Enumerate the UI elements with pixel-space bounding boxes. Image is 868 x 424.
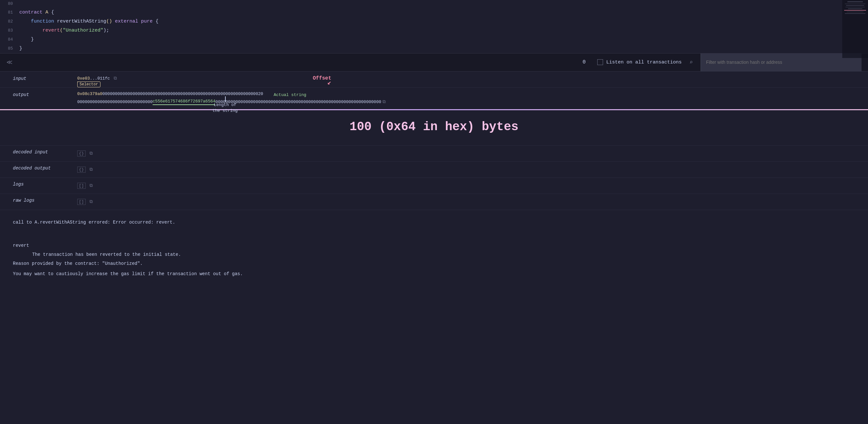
gas-line: You may want to cautiously increase the … <box>13 270 855 278</box>
selector-wrapper: 0xe03...011fc Selector <box>77 76 110 81</box>
revert-title: revert <box>13 241 855 250</box>
line-number: 80 <box>0 1 19 7</box>
minimap <box>842 0 868 58</box>
listen-checkbox[interactable] <box>597 59 603 65</box>
decoded-output-row: decoded output {} ⧉ <box>0 162 868 178</box>
output-hex-line1: 0x08c379a0000000000000000000000000000000… <box>77 91 855 96</box>
output-label: output <box>13 91 77 105</box>
decoded-input-value: {} ⧉ <box>77 149 855 158</box>
line-number: 84 <box>0 36 19 43</box>
listen-label: Listen on all transactions <box>606 60 682 65</box>
input-value-container: 0xe03...011fc Selector ⧉ Offset ↙ <box>77 76 855 81</box>
hex-selector-part: 0x08c379a0 <box>77 91 102 96</box>
code-line-85: 85 } <box>0 44 868 53</box>
output-row-wrapper: output 0x08c379a000000000000000000000000… <box>0 88 868 109</box>
output-value-wrapper: 0x08c379a0000000000000000000000000000000… <box>77 91 855 105</box>
output-hex-line2-wrapper: 000000000000000000000000000000c556e61757… <box>77 99 855 105</box>
revert-body: The transaction has been reverted to the… <box>32 250 855 259</box>
output-hex-line1-wrapper: 0x08c379a0000000000000000000000000000000… <box>77 91 855 96</box>
class-name: A <box>45 10 51 15</box>
code-line-82: 82 function revertWithAString() external… <box>0 17 868 26</box>
logs-row: logs [] ⧉ <box>0 178 868 194</box>
toolbar: ≪ 0 Listen on all transactions ⌕ <box>0 54 868 72</box>
keyword-contract: contract <box>19 10 45 15</box>
decoded-output-value: {} ⧉ <box>77 165 855 174</box>
brace: { <box>51 10 54 15</box>
input-hex-value: 0xe03...011fc Selector <box>77 76 110 81</box>
raw-logs-copy-icon[interactable]: ⧉ <box>90 199 93 204</box>
listen-checkbox-area: Listen on all transactions <box>597 59 682 65</box>
keyword-function: function <box>31 19 57 24</box>
keyword-revert: revert <box>42 28 60 33</box>
line-number: 83 <box>0 27 19 34</box>
chevron-left-icon[interactable]: ≪ <box>6 59 12 66</box>
decoded-output-json-icon[interactable]: {} <box>77 167 86 173</box>
copy-output-icon[interactable]: ⧉ <box>382 99 386 104</box>
offset-annotation: Offset ↙ <box>313 76 331 81</box>
reason-line: Reason provided by the contract: "Unauth… <box>13 259 855 268</box>
raw-logs-label: raw logs <box>13 197 77 206</box>
logs-copy-icon[interactable]: ⧉ <box>90 183 93 188</box>
input-row: input 0xe03...011fc Selector ⧉ Offset ↙ <box>0 72 868 88</box>
code-line-81: 81 contract A { <box>0 8 868 17</box>
toolbar-left: ≪ <box>6 59 576 66</box>
code-editor: 80 81 contract A { 82 function revertWit… <box>0 0 868 54</box>
raw-logs-array-icon[interactable]: [] <box>77 199 86 205</box>
logs-array-icon[interactable]: [] <box>77 183 86 189</box>
logs-value: [] ⧉ <box>77 181 855 191</box>
filter-input[interactable] <box>701 54 862 71</box>
raw-logs-row: raw logs [] ⧉ <box>0 194 868 210</box>
offset-arrow-icon: ↙ <box>328 78 331 86</box>
length-annotation: Length ofthe string <box>213 102 238 114</box>
string-value: "Unauthorized" <box>63 28 103 33</box>
keyword-external: external <box>115 19 141 24</box>
error-line-1: call to A.revertWithAString errored: Err… <box>13 218 855 227</box>
actual-string-annotation: Actual string <box>274 92 306 97</box>
decoded-input-row: decoded input {} ⧉ <box>0 146 868 162</box>
decoded-input-json-icon[interactable]: {} <box>77 150 86 157</box>
logs-label: logs <box>13 181 77 191</box>
code-line-80: 80 <box>0 0 868 8</box>
decoded-output-copy-icon[interactable]: ⧉ <box>90 167 93 172</box>
decoded-input-label: decoded input <box>13 149 77 158</box>
output-hex-line2: 000000000000000000000000000000c556e61757… <box>77 99 855 105</box>
decoded-output-label: decoded output <box>13 165 77 174</box>
decoded-input-copy-icon[interactable]: ⧉ <box>90 151 93 156</box>
search-icon[interactable]: ⌕ <box>688 57 694 67</box>
code-line-84: 84 } <box>0 35 868 44</box>
raw-logs-value: [] ⧉ <box>77 197 855 206</box>
line-number: 82 <box>0 18 19 25</box>
input-label: input <box>13 76 77 81</box>
big-annotation-text: 100 (0x64 in hex) bytes <box>350 120 519 134</box>
actual-string-hex: c556e617574686f72697a6564 <box>153 99 215 105</box>
line-number: 85 <box>0 46 19 52</box>
selector-highlight: 0xe03...011fc Selector <box>77 76 110 81</box>
line-number: 81 <box>0 9 19 16</box>
error-section: call to A.revertWithAString errored: Err… <box>0 210 868 287</box>
transaction-count: 0 <box>583 59 586 65</box>
length-arrow <box>225 96 226 102</box>
big-annotation-area: 100 (0x64 in hex) bytes <box>0 110 868 146</box>
keyword-pure: pure <box>141 19 156 24</box>
output-row-section: output 0x08c379a000000000000000000000000… <box>0 88 868 109</box>
copy-input-icon[interactable]: ⧉ <box>114 76 117 81</box>
selector-annotation-label: Selector <box>77 82 100 87</box>
code-line-83: 83 revert("Unauthorized"); <box>0 26 868 35</box>
main-content: input 0xe03...011fc Selector ⧉ Offset ↙ … <box>0 72 868 287</box>
